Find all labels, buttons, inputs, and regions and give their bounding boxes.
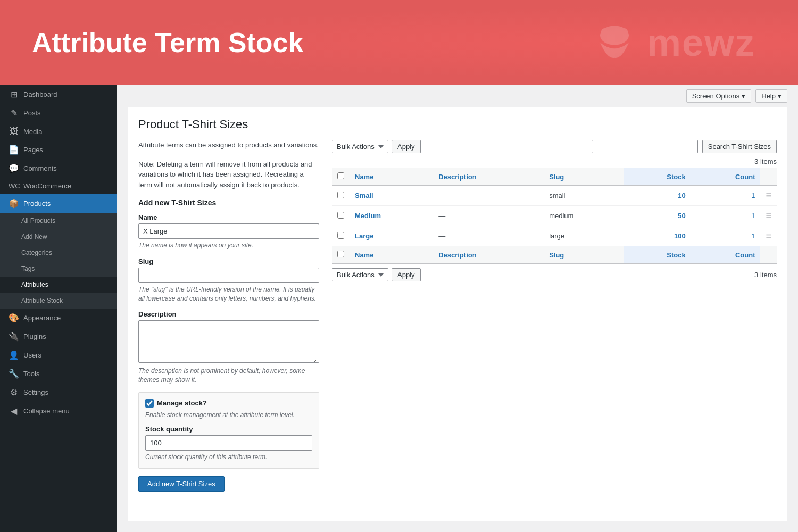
col-count-footer[interactable]: Count xyxy=(691,246,761,264)
row-count-1: 1 xyxy=(691,206,761,226)
col-description-footer[interactable]: Description xyxy=(433,246,544,264)
svg-point-1 xyxy=(601,28,609,36)
table-row: Small — small 10 1 ≡ xyxy=(332,186,777,206)
slug-input[interactable] xyxy=(138,268,319,283)
sidebar-label-comments: Comments xyxy=(23,164,57,172)
term-name-link-2[interactable]: Large xyxy=(355,232,373,240)
submenu-tags[interactable]: Tags xyxy=(0,261,117,277)
col-stock-footer[interactable]: Stock xyxy=(624,246,691,264)
row-checkbox-2[interactable] xyxy=(337,232,344,239)
top-bar: Screen Options ▾ Help ▾ xyxy=(117,85,798,107)
col-count[interactable]: Count xyxy=(691,168,761,186)
row-actions-icon-0[interactable]: ≡ xyxy=(766,190,771,201)
row-name-0: Small xyxy=(350,186,433,206)
term-name-link-0[interactable]: Small xyxy=(355,192,373,200)
help-chevron: ▾ xyxy=(778,92,782,100)
sidebar-item-woocommerce[interactable]: WC WooCommerce xyxy=(0,178,117,194)
search-button[interactable]: Search T-Shirt Sizes xyxy=(702,140,777,153)
top-table-toolbar: Bulk Actions Apply Search T-Shirt Sizes xyxy=(332,140,777,153)
sidebar-label-products: Products xyxy=(23,200,51,207)
apply-button-bottom[interactable]: Apply xyxy=(392,268,421,281)
row-checkbox-cell[interactable] xyxy=(332,186,350,206)
sidebar-label-posts: Posts xyxy=(23,109,41,117)
col-stock[interactable]: Stock xyxy=(624,168,691,186)
sidebar-item-collapse[interactable]: ◀ Collapse menu xyxy=(0,402,117,420)
col-slug-footer[interactable]: Slug xyxy=(544,246,624,264)
slug-field: Slug The "slug" is the URL-friendly vers… xyxy=(138,257,319,303)
submenu-add-new[interactable]: Add New xyxy=(0,229,117,245)
sidebar-label-plugins: Plugins xyxy=(23,332,46,340)
sidebar-label-collapse: Collapse menu xyxy=(23,407,70,415)
sidebar-item-tools[interactable]: 🔧 Tools xyxy=(0,364,117,383)
row-actions-2[interactable]: ≡ xyxy=(760,226,777,246)
sidebar-item-posts[interactable]: ✎ Posts xyxy=(0,104,117,122)
wp-layout: ⊞ Dashboard ✎ Posts 🖼 Media 📄 Pages 💬 Co… xyxy=(0,85,798,532)
term-name-link-1[interactable]: Medium xyxy=(355,212,381,220)
sidebar-item-media[interactable]: 🖼 Media xyxy=(0,122,117,140)
select-all-checkbox[interactable] xyxy=(337,172,344,179)
row-name-1: Medium xyxy=(350,206,433,226)
manage-stock-checkbox[interactable] xyxy=(145,399,154,408)
name-label: Name xyxy=(138,213,319,221)
manage-stock-label[interactable]: Manage stock? xyxy=(157,399,207,407)
row-stock-1: 50 xyxy=(624,206,691,226)
select-all-col[interactable] xyxy=(332,168,350,186)
bulk-actions-select-top[interactable]: Bulk Actions xyxy=(332,140,388,153)
two-column-layout: Attribute terms can be assigned to produ… xyxy=(138,140,777,492)
row-checkbox-1[interactable] xyxy=(337,212,344,219)
sidebar-item-users[interactable]: 👤 Users xyxy=(0,346,117,364)
sidebar-item-products[interactable]: 📦 Products xyxy=(0,194,117,213)
manage-stock-row: Manage stock? xyxy=(145,399,312,408)
submenu-attributes[interactable]: Attributes xyxy=(0,277,117,293)
stock-quantity-input[interactable] xyxy=(145,435,312,451)
select-all-col-bottom[interactable] xyxy=(332,246,350,264)
sidebar-item-comments[interactable]: 💬 Comments xyxy=(0,159,117,178)
row-actions-0[interactable]: ≡ xyxy=(760,186,777,206)
sidebar-item-settings[interactable]: ⚙ Settings xyxy=(0,383,117,402)
row-actions-icon-2[interactable]: ≡ xyxy=(766,230,771,241)
table-row: Medium — medium 50 1 ≡ xyxy=(332,206,777,226)
select-all-checkbox-bottom[interactable] xyxy=(337,251,344,257)
col-description[interactable]: Description xyxy=(433,168,544,186)
row-checkbox-cell[interactable] xyxy=(332,206,350,226)
submenu-label-categories: Categories xyxy=(21,249,52,256)
left-column: Attribute terms can be assigned to produ… xyxy=(138,140,319,492)
col-slug[interactable]: Slug xyxy=(544,168,624,186)
sidebar-item-appearance[interactable]: 🎨 Appearance xyxy=(0,309,117,327)
sidebar-item-plugins[interactable]: 🔌 Plugins xyxy=(0,327,117,346)
row-actions-icon-1[interactable]: ≡ xyxy=(766,210,771,221)
col-name-footer[interactable]: Name xyxy=(350,246,433,264)
sidebar-label-tools: Tools xyxy=(23,370,39,378)
stock-quantity-field: Stock quantity Current stock quantity of… xyxy=(145,425,312,462)
search-input[interactable] xyxy=(592,140,698,153)
col-name[interactable]: Name xyxy=(350,168,433,186)
description-textarea[interactable] xyxy=(138,320,319,363)
row-checkbox-0[interactable] xyxy=(337,192,344,198)
bulk-actions-select-bottom[interactable]: Bulk Actions xyxy=(332,268,388,281)
sidebar-label-pages: Pages xyxy=(23,146,43,154)
help-button[interactable]: Help ▾ xyxy=(755,89,787,103)
products-submenu: All Products Add New Categories Tags Att… xyxy=(0,213,117,309)
content-area: Screen Options ▾ Help ▾ Product T-Shirt … xyxy=(117,85,798,532)
table-row: Large — large 100 1 ≡ xyxy=(332,226,777,246)
submenu-attribute-stock[interactable]: Attribute Stock xyxy=(0,293,117,309)
row-name-2: Large xyxy=(350,226,433,246)
top-toolbar-right: Search T-Shirt Sizes xyxy=(592,140,777,153)
submenu-label-tags: Tags xyxy=(21,265,35,272)
screen-options-button[interactable]: Screen Options ▾ xyxy=(686,89,752,103)
stock-quantity-label: Stock quantity xyxy=(145,425,312,433)
row-actions-1[interactable]: ≡ xyxy=(760,206,777,226)
sidebar-item-pages[interactable]: 📄 Pages xyxy=(0,140,117,159)
submenu-categories[interactable]: Categories xyxy=(0,245,117,261)
add-new-submit-button[interactable]: Add new T-Shirt Sizes xyxy=(138,476,225,492)
name-input[interactable] xyxy=(138,223,319,239)
row-slug-1: medium xyxy=(544,206,624,226)
row-checkbox-cell[interactable] xyxy=(332,226,350,246)
sidebar-item-dashboard[interactable]: ⊞ Dashboard xyxy=(0,85,117,104)
sidebar: ⊞ Dashboard ✎ Posts 🖼 Media 📄 Pages 💬 Co… xyxy=(0,85,117,532)
woocommerce-icon: WC xyxy=(9,182,19,190)
name-field: Name The name is how it appears on your … xyxy=(138,213,319,250)
description-hint: The description is not prominent by defa… xyxy=(138,367,319,385)
apply-button-top[interactable]: Apply xyxy=(392,140,421,153)
submenu-all-products[interactable]: All Products xyxy=(0,213,117,229)
